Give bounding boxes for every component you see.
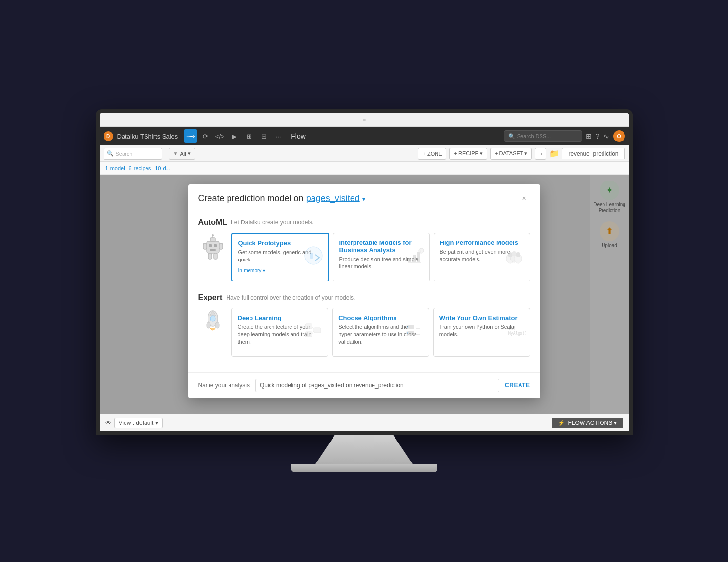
toolbar: 🔍 Search ▼ All ▾ + ZONE + RECIPE ▾ + DAT… — [100, 145, 629, 162]
stats-dataset-label: d... — [163, 165, 170, 171]
toolbar-search-icon: 🔍 — [107, 150, 114, 157]
run-btn[interactable]: ▶ — [228, 129, 241, 143]
expert-section: Expert Have full control over the creati… — [198, 293, 530, 364]
expert-cards: Deep Learning Create the architecture of… — [231, 308, 530, 357]
filter-icon: ▼ — [173, 151, 178, 156]
main-content: ✦ Deep Learning Prediction ⬆ Upload — [100, 175, 629, 414]
apps-icon[interactable]: ⊞ — [586, 132, 592, 140]
header-right: 🔍 Search DSS... ⊞ ? ∿ O — [504, 130, 625, 142]
svg-rect-28 — [215, 322, 219, 328]
header-nav-icons: ⟿ ⟳ </> ▶ ⊞ ⊟ ··· — [184, 129, 285, 143]
zone-btn[interactable]: + ZONE — [418, 148, 446, 160]
svg-rect-12 — [310, 253, 313, 259]
svg-rect-14 — [413, 255, 416, 262]
close-btn[interactable]: × — [519, 192, 530, 204]
svg-rect-27 — [207, 322, 210, 328]
dataset-link[interactable]: pages_visited — [306, 193, 360, 203]
svg-rect-38 — [416, 334, 420, 335]
svg-rect-0 — [207, 241, 219, 253]
monitor-stand — [315, 435, 413, 464]
quick-prototypes-card[interactable]: Quick Prototypes Get some models, generi… — [231, 233, 329, 281]
write-estimator-card[interactable]: Write Your Own Estimator Train your own … — [433, 308, 530, 357]
app-header: D Dataiku TShirts Sales ⟿ ⟳ </> ▶ ⊞ ⊟ ··… — [100, 127, 629, 145]
svg-rect-2 — [214, 244, 217, 247]
minimize-btn[interactable]: – — [503, 192, 515, 204]
flow-label: Flow — [291, 132, 306, 140]
svg-rect-7 — [203, 243, 207, 249]
svg-rect-9 — [208, 253, 212, 259]
svg-text:clf =: clf = — [508, 326, 520, 331]
deep-learning-card-icon — [302, 320, 324, 344]
write-estimator-icon: clf = MyAlgo() — [504, 320, 526, 344]
analysis-name-input[interactable] — [255, 379, 499, 392]
high-performance-card[interactable]: High Performance Models Be patient and g… — [434, 233, 530, 281]
arrow-btn[interactable]: → — [535, 148, 546, 160]
dataset-btn[interactable]: + DATASET ▾ — [490, 148, 532, 160]
expert-subtitle: Have full control over the creation of y… — [226, 294, 355, 301]
toolbar-search[interactable]: 🔍 Search — [104, 148, 162, 160]
svg-rect-31 — [305, 332, 312, 337]
toolbar-right: + ZONE + RECIPE ▾ + DATASET ▾ → 📁 revenu… — [418, 148, 624, 160]
expert-title: Expert — [198, 293, 223, 302]
svg-rect-32 — [314, 328, 321, 333]
svg-rect-8 — [219, 243, 223, 249]
modal-body: AutoML Let Dataiku create your models. — [188, 210, 540, 372]
create-prediction-modal: Create prediction model on pages_visited… — [188, 184, 540, 398]
top-bar-dot — [363, 119, 366, 121]
modal-header: Create prediction model on pages_visited… — [188, 184, 540, 210]
svg-rect-13 — [408, 259, 411, 262]
app-logo: D — [104, 131, 113, 141]
recipe-btn[interactable]: + RECIPE ▾ — [449, 148, 487, 160]
svg-rect-30 — [305, 324, 312, 329]
view-dropdown[interactable]: View : default ▾ — [114, 418, 163, 428]
create-btn[interactable]: CREATE — [505, 382, 530, 389]
svg-text:i: i — [420, 249, 421, 254]
stats-model-label: model — [110, 165, 125, 171]
svg-rect-4 — [210, 238, 215, 241]
help-icon[interactable]: ? — [596, 132, 600, 140]
svg-rect-37 — [416, 328, 420, 329]
monitor-base — [291, 464, 437, 472]
expert-section-header: Expert Have full control over the creati… — [198, 293, 530, 302]
view-select[interactable]: 👁 View : default ▾ — [105, 418, 163, 428]
automl-row: Quick Prototypes Get some models, generi… — [198, 233, 530, 289]
automl-cards: Quick Prototypes Get some models, generi… — [231, 233, 530, 281]
automl-section-header: AutoML Let Dataiku create your models. — [198, 218, 530, 227]
automl-subtitle: Let Dataiku create your models. — [231, 219, 313, 226]
rocket-illustration — [198, 308, 228, 337]
expert-row: Deep Learning Create the architecture of… — [198, 308, 530, 364]
folder-btn[interactable]: 📁 — [549, 149, 559, 158]
analytics-icon[interactable]: ∿ — [603, 132, 609, 140]
bottom-toolbar: 👁 View : default ▾ ⚡ FLOW ACTIONS ▾ — [100, 414, 629, 431]
filter-caret-icon: ▾ — [188, 150, 191, 157]
top-bar — [100, 113, 629, 127]
svg-rect-1 — [209, 244, 212, 247]
refresh-btn[interactable]: ⟳ — [198, 129, 212, 143]
quick-prototypes-icon — [303, 245, 324, 269]
deep-learning-card[interactable]: Deep Learning Create the architecture of… — [231, 308, 329, 357]
choose-algorithms-card[interactable]: Choose Algorithms Select the algorithms … — [332, 308, 429, 357]
user-avatar[interactable]: O — [613, 130, 625, 142]
stats-recipe-label: recipes — [134, 165, 151, 171]
modal-header-actions: – × — [503, 192, 530, 204]
svg-rect-36 — [408, 331, 414, 335]
more-btn[interactable]: ··· — [271, 129, 285, 143]
interpretable-models-card[interactable]: Interpretable Models for Business Analys… — [333, 233, 430, 281]
filter-btn[interactable]: ▼ All ▾ — [169, 148, 195, 160]
robot-illustration — [198, 233, 228, 262]
flow-nav-btn[interactable]: ⟿ — [184, 129, 197, 143]
breadcrumb: revenue_prediction — [562, 148, 624, 159]
grid-btn[interactable]: ⊞ — [242, 129, 256, 143]
header-search[interactable]: 🔍 Search DSS... — [504, 130, 582, 142]
svg-text:MyAlgo(): MyAlgo() — [508, 331, 526, 336]
dataset-caret-icon[interactable]: ▾ — [362, 196, 365, 202]
table-btn[interactable]: ⊟ — [257, 129, 270, 143]
stats-bar: 1 model 6 recipes 10 d... — [100, 162, 629, 175]
code-btn[interactable]: </> — [213, 129, 227, 143]
svg-point-29 — [210, 316, 215, 321]
view-caret-icon: ▾ — [155, 420, 158, 426]
flow-actions-btn[interactable]: ⚡ FLOW ACTIONS ▾ — [552, 418, 623, 428]
svg-rect-3 — [210, 249, 216, 251]
modal-title: Create prediction model on pages_visited… — [198, 193, 365, 203]
svg-line-34 — [312, 331, 314, 334]
